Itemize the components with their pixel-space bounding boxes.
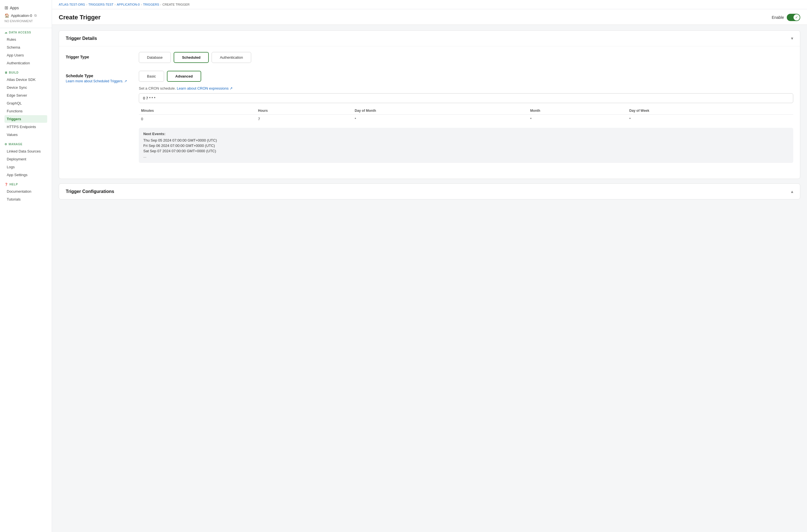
learn-more-link[interactable]: Learn more about Scheduled Triggers. ↗ bbox=[66, 79, 128, 83]
next-events-list: Thu Sep 05 2024 07:00:00 GMT+0000 (UTC)F… bbox=[143, 138, 789, 159]
trigger-type-label: Trigger Type bbox=[66, 55, 128, 59]
schedule-type-row: Schedule Type Learn more about Scheduled… bbox=[66, 71, 793, 163]
sidebar-item-app-settings[interactable]: App Settings bbox=[4, 171, 47, 179]
sidebar-item-https-endpoints[interactable]: HTTPS Endpoints bbox=[4, 123, 47, 131]
content-area: Trigger Details ▾ Trigger Type DatabaseS… bbox=[52, 25, 807, 205]
sidebar-item-graphql[interactable]: GraphQL bbox=[4, 99, 47, 107]
cron-expressions-link[interactable]: Learn about CRON expressions ↗ bbox=[177, 86, 233, 91]
sidebar-item-authentication[interactable]: Authentication bbox=[4, 59, 47, 67]
sidebar-item-linked-data-sources[interactable]: Linked Data Sources bbox=[4, 148, 47, 155]
cron-header-hours: Hours bbox=[256, 107, 352, 115]
cron-value-4: * bbox=[627, 115, 793, 124]
trigger-details-card: Trigger Details ▾ Trigger Type DatabaseS… bbox=[59, 30, 800, 179]
cron-desc-text: Set a CRON schedule. bbox=[139, 86, 176, 91]
cron-value-0: 0 bbox=[139, 115, 256, 124]
main-content: ATLAS-TEST-ORG›TRIGGERS-TEST›APPLICATION… bbox=[52, 0, 807, 532]
cron-header-minutes: Minutes bbox=[139, 107, 256, 115]
sidebar-item-device-sync[interactable]: Device Sync bbox=[4, 84, 47, 91]
sidebar-item-atlas-device-sdk[interactable]: Atlas Device SDK bbox=[4, 76, 47, 83]
breadcrumb-link-3[interactable]: TRIGGERS bbox=[143, 3, 159, 6]
breadcrumb-current: CREATE TRIGGER bbox=[163, 3, 190, 6]
trigger-type-btn-scheduled[interactable]: Scheduled bbox=[174, 52, 209, 63]
sidebar-item-documentation[interactable]: Documentation bbox=[4, 188, 47, 195]
cron-header-day-of-week: Day of Week bbox=[627, 107, 793, 115]
schedule-type-label-col: Schedule Type Learn more about Scheduled… bbox=[66, 71, 128, 83]
breadcrumb-separator: › bbox=[115, 3, 116, 6]
breadcrumb-separator: › bbox=[141, 3, 142, 6]
sidebar-section-build: 🖥 BUILDAtlas Device SDKDevice SyncEdge S… bbox=[0, 68, 52, 140]
breadcrumb-link-1[interactable]: TRIGGERS-TEST bbox=[89, 3, 114, 6]
breadcrumb-separator: › bbox=[86, 3, 88, 6]
toggle-knob: ✓ bbox=[793, 14, 800, 20]
schedule-type-label: Schedule Type bbox=[66, 74, 128, 78]
sidebar: ⊞ Apps 🏠 Application-0 ⧉ NO ENVIRONMENT … bbox=[0, 0, 52, 532]
cron-input[interactable] bbox=[139, 93, 793, 103]
apps-row[interactable]: ⊞ Apps bbox=[4, 4, 47, 12]
next-event-1: Fri Sep 06 2024 07:00:00 GMT+0000 (UTC) bbox=[143, 143, 789, 148]
sidebar-item-schema[interactable]: Schema bbox=[4, 43, 47, 51]
schedule-type-buttons: BasicAdvanced bbox=[139, 71, 793, 82]
section-title-manage: ⚙ MANAGE bbox=[4, 143, 47, 146]
next-events-title: Next Events: bbox=[143, 132, 789, 136]
chevron-up-icon: ▴ bbox=[791, 189, 793, 194]
enable-toggle[interactable]: ✓ bbox=[787, 14, 800, 21]
next-event-3: ... bbox=[143, 154, 789, 159]
next-event-0: Thu Sep 05 2024 07:00:00 GMT+0000 (UTC) bbox=[143, 138, 789, 143]
schedule-type-btn-advanced[interactable]: Advanced bbox=[167, 71, 201, 82]
cron-link-text: Learn about CRON expressions bbox=[177, 86, 228, 91]
schedule-type-control-col: BasicAdvanced Set a CRON schedule. Learn… bbox=[139, 71, 793, 163]
sidebar-item-functions[interactable]: Functions bbox=[4, 107, 47, 115]
section-title-data-access: ☁ DATA ACCESS bbox=[4, 31, 47, 34]
sidebar-item-app-users[interactable]: App Users bbox=[4, 52, 47, 59]
breadcrumb: ATLAS-TEST-ORG›TRIGGERS-TEST›APPLICATION… bbox=[59, 3, 190, 6]
topbar: ATLAS-TEST-ORG›TRIGGERS-TEST›APPLICATION… bbox=[52, 0, 807, 9]
breadcrumb-link-2[interactable]: APPLICATION-0 bbox=[117, 3, 140, 6]
apps-label: Apps bbox=[10, 6, 19, 10]
cron-header-month: Month bbox=[528, 107, 627, 115]
trigger-type-btn-database[interactable]: Database bbox=[139, 52, 171, 63]
breadcrumb-separator: › bbox=[160, 3, 161, 6]
trigger-details-body: Trigger Type DatabaseScheduledAuthentica… bbox=[59, 46, 800, 179]
sidebar-section-data-access: ☁ DATA ACCESSRulesSchemaApp UsersAuthent… bbox=[0, 28, 52, 68]
home-icon: 🏠 bbox=[4, 13, 9, 18]
cron-table: MinutesHoursDay of MonthMonthDay of Week… bbox=[139, 107, 793, 123]
sidebar-item-deployment[interactable]: Deployment bbox=[4, 155, 47, 163]
page-header: Create Trigger Enable ✓ bbox=[52, 9, 807, 25]
apps-grid-icon: ⊞ bbox=[4, 5, 8, 11]
trigger-configurations-title: Trigger Configurations bbox=[66, 189, 114, 194]
env-label: NO ENVIRONMENT bbox=[4, 18, 47, 25]
trigger-configurations-header[interactable]: Trigger Configurations ▴ bbox=[59, 184, 800, 199]
sidebar-section-manage: ⚙ MANAGELinked Data SourcesDeploymentLog… bbox=[0, 140, 52, 180]
learn-more-text: Learn more about Scheduled Triggers. bbox=[66, 79, 123, 83]
trigger-details-header[interactable]: Trigger Details ▾ bbox=[59, 31, 800, 46]
sidebar-top: ⊞ Apps 🏠 Application-0 ⧉ NO ENVIRONMENT bbox=[0, 0, 52, 28]
cloud-icon: ☁ bbox=[4, 31, 7, 34]
cron-header-day-of-month: Day of Month bbox=[352, 107, 528, 115]
sidebar-item-values[interactable]: Values bbox=[4, 131, 47, 138]
enable-row: Enable ✓ bbox=[772, 14, 800, 21]
trigger-type-btn-authentication[interactable]: Authentication bbox=[211, 52, 251, 63]
cron-value-3: * bbox=[528, 115, 627, 124]
sidebar-item-edge-server[interactable]: Edge Server bbox=[4, 92, 47, 99]
monitor-icon: 🖥 bbox=[4, 71, 7, 74]
copy-icon: ⧉ bbox=[34, 14, 37, 17]
trigger-type-buttons: DatabaseScheduledAuthentication bbox=[139, 52, 793, 63]
sidebar-item-logs[interactable]: Logs bbox=[4, 163, 47, 171]
section-title-build: 🖥 BUILD bbox=[4, 71, 47, 74]
sidebar-item-triggers[interactable]: Triggers bbox=[4, 115, 47, 123]
schedule-type-btn-basic[interactable]: Basic bbox=[139, 71, 164, 82]
breadcrumb-link-0[interactable]: ATLAS-TEST-ORG bbox=[59, 3, 85, 6]
sidebar-item-tutorials[interactable]: Tutorials bbox=[4, 195, 47, 203]
trigger-type-control-col: DatabaseScheduledAuthentication bbox=[139, 52, 793, 63]
app-row[interactable]: 🏠 Application-0 ⧉ bbox=[4, 12, 47, 18]
trigger-details-title: Trigger Details bbox=[66, 36, 97, 41]
section-title-help: ❓ HELP bbox=[4, 183, 47, 186]
enable-label: Enable bbox=[772, 15, 784, 20]
sidebar-sections: ☁ DATA ACCESSRulesSchemaApp UsersAuthent… bbox=[0, 28, 52, 205]
sidebar-item-rules[interactable]: Rules bbox=[4, 36, 47, 43]
circle-question-icon: ❓ bbox=[4, 183, 8, 186]
app-name: Application-0 bbox=[11, 14, 32, 18]
trigger-type-row: Trigger Type DatabaseScheduledAuthentica… bbox=[66, 52, 793, 63]
external-link-icon: ↗ bbox=[124, 79, 127, 83]
trigger-type-label-col: Trigger Type bbox=[66, 52, 128, 59]
